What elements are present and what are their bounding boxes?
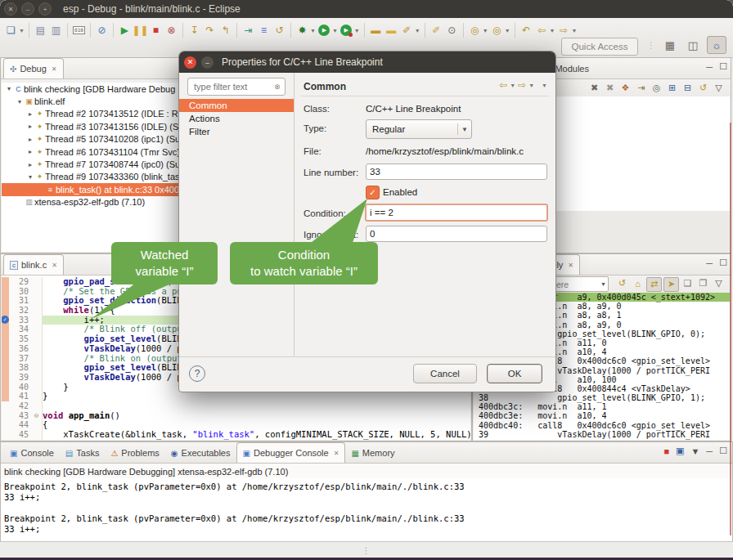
external-tools-icon[interactable]: ▶: [340, 24, 353, 38]
chevron-down-icon[interactable]: ▼: [572, 28, 578, 34]
quickdiff-gutter[interactable]: [2, 392, 9, 401]
tab-memory[interactable]: ▦Memory: [345, 443, 400, 463]
debug-icon[interactable]: ✸: [295, 24, 309, 38]
next-annotation-icon[interactable]: ◎: [490, 24, 504, 38]
occurrences-icon[interactable]: ⊙: [445, 24, 459, 38]
terminate-console-icon[interactable]: ■: [663, 446, 669, 456]
minimize-icon[interactable]: ─: [706, 258, 713, 268]
cpp-perspective-button[interactable]: ◫: [684, 37, 702, 53]
tree-expander-icon[interactable]: ▸: [26, 110, 34, 118]
dialog-minimize-button[interactable]: –: [201, 56, 214, 69]
quickdiff-gutter[interactable]: [2, 383, 9, 392]
help-icon[interactable]: ?: [189, 365, 205, 382]
window-maximize-button[interactable]: +: [38, 2, 52, 16]
export-icon[interactable]: ⇥: [634, 82, 648, 95]
skip-all-breakpoints-icon[interactable]: ⊘: [95, 24, 109, 38]
last-edit-icon[interactable]: ↶: [519, 24, 533, 38]
tab-blink-c[interactable]: c blink.c ✕: [3, 254, 64, 275]
display-console-icon[interactable]: ▣: [676, 446, 684, 456]
step-into-icon[interactable]: ↧: [187, 24, 201, 38]
view-menu-icon[interactable]: ▼: [542, 83, 547, 88]
forward-icon[interactable]: ⇨: [518, 79, 526, 91]
view-menu-icon[interactable]: ▽: [712, 277, 726, 290]
window-minimize-button[interactable]: –: [21, 2, 34, 16]
quickdiff-gutter[interactable]: [2, 325, 9, 334]
open-perspective-button[interactable]: ▦: [661, 37, 679, 53]
quickdiff-gutter[interactable]: [2, 296, 9, 306]
filter-input[interactable]: [192, 81, 274, 92]
cancel-button[interactable]: Cancel: [413, 364, 477, 383]
quickdiff-gutter[interactable]: [2, 373, 9, 383]
quickdiff-gutter[interactable]: [2, 430, 9, 440]
condition-input[interactable]: [365, 204, 548, 222]
terminate-icon[interactable]: ■: [149, 24, 163, 38]
debug-perspective-button[interactable]: ☼: [707, 36, 726, 54]
breakpoint-list-icon[interactable]: ≡: [257, 24, 271, 38]
quickdiff-gutter[interactable]: [2, 334, 9, 344]
line-number-input[interactable]: [366, 164, 547, 180]
tree-expander-icon[interactable]: ▾: [26, 173, 34, 181]
open-resource-icon[interactable]: ▬: [384, 24, 398, 38]
disconnect-icon[interactable]: ⊗: [164, 24, 178, 38]
ok-button[interactable]: OK: [487, 364, 542, 383]
refresh-icon[interactable]: ↺: [615, 277, 629, 290]
chevron-down-icon[interactable]: ▼: [690, 446, 699, 456]
tab-debugger-console[interactable]: ▣Debugger Console✕: [236, 442, 346, 463]
quickdiff-gutter[interactable]: [2, 287, 9, 297]
quickdiff-gutter[interactable]: [2, 420, 9, 430]
step-over-icon[interactable]: ↷: [203, 24, 217, 38]
chevron-down-icon[interactable]: ▼: [550, 28, 555, 34]
statusbar-drag-handle[interactable]: ⋮: [362, 546, 371, 555]
minimize-icon[interactable]: ─: [706, 62, 713, 72]
sync-icon[interactable]: ⇄: [646, 277, 662, 292]
chevron-down-icon[interactable]: ▼: [505, 28, 510, 34]
type-dropdown[interactable]: Regular ▼: [366, 119, 472, 139]
tab-problems[interactable]: ⚠Problems: [105, 443, 164, 463]
tab-console[interactable]: ▣Console: [4, 443, 60, 463]
tree-expander-icon[interactable]: ▸: [26, 123, 34, 130]
quickdiff-gutter[interactable]: [2, 277, 9, 287]
quickdiff-gutter[interactable]: [2, 354, 9, 364]
quickdiff-gutter[interactable]: [2, 306, 9, 316]
quickdiff-gutter[interactable]: [2, 344, 9, 354]
maximize-icon[interactable]: ☐: [719, 446, 727, 456]
view-menu-icon[interactable]: ▽: [712, 82, 726, 95]
back-icon[interactable]: ⇦: [535, 24, 549, 38]
tree-expander-icon[interactable]: ▸: [26, 161, 34, 168]
open-new-view-icon[interactable]: ❏: [681, 277, 695, 290]
forward-icon[interactable]: ⇨: [557, 24, 571, 38]
chevron-down-icon[interactable]: ▼: [310, 28, 316, 34]
expand-all-icon[interactable]: ⊞: [665, 82, 679, 95]
quickdiff-gutter[interactable]: [2, 411, 9, 421]
show-pc-icon[interactable]: ➤: [663, 277, 679, 292]
restart-icon[interactable]: ↺: [272, 24, 286, 38]
window-close-button[interactable]: ✕: [4, 2, 17, 16]
clear-filter-icon[interactable]: ⊗: [274, 83, 281, 91]
quickdiff-gutter[interactable]: [2, 401, 9, 411]
binary-icon[interactable]: 010: [72, 24, 86, 38]
tree-expander-icon[interactable]: ▾: [5, 85, 13, 92]
dialog-close-button[interactable]: ✕: [184, 56, 196, 69]
tree-expander-icon[interactable]: ▸: [26, 148, 34, 155]
filter-field[interactable]: ⊗: [187, 78, 286, 96]
enabled-checkbox[interactable]: ✓: [366, 186, 380, 199]
tree-expander-icon[interactable]: ▸: [26, 136, 34, 143]
pointer-icon[interactable]: ◎: [650, 82, 663, 95]
remove-all-icon[interactable]: ✖: [603, 82, 617, 95]
quick-access-button[interactable]: Quick Access: [561, 38, 638, 56]
tree-expander-icon[interactable]: ▾: [16, 98, 24, 105]
maximize-icon[interactable]: ☐: [719, 61, 727, 72]
remove-icon[interactable]: ✖: [587, 82, 601, 95]
close-icon[interactable]: ✕: [52, 65, 57, 73]
tab-debug[interactable]: ✣ Debug ✕: [3, 58, 64, 78]
back-icon[interactable]: ⇦: [499, 79, 507, 91]
resume-icon[interactable]: ▶: [118, 24, 132, 38]
instruction-stepping-icon[interactable]: ⇥: [241, 24, 255, 38]
add-group-icon[interactable]: ❖: [618, 82, 632, 95]
tab-tasks[interactable]: ▤Tasks: [60, 443, 106, 463]
mark-occurrences-icon[interactable]: ✐: [429, 24, 443, 38]
quickdiff-gutter[interactable]: ✓: [2, 316, 9, 325]
run-icon[interactable]: ▶: [317, 24, 331, 38]
console-output[interactable]: Breakpoint 2, blink_task (pvParameter=0x…: [1, 478, 732, 544]
close-icon[interactable]: ✕: [52, 262, 57, 269]
